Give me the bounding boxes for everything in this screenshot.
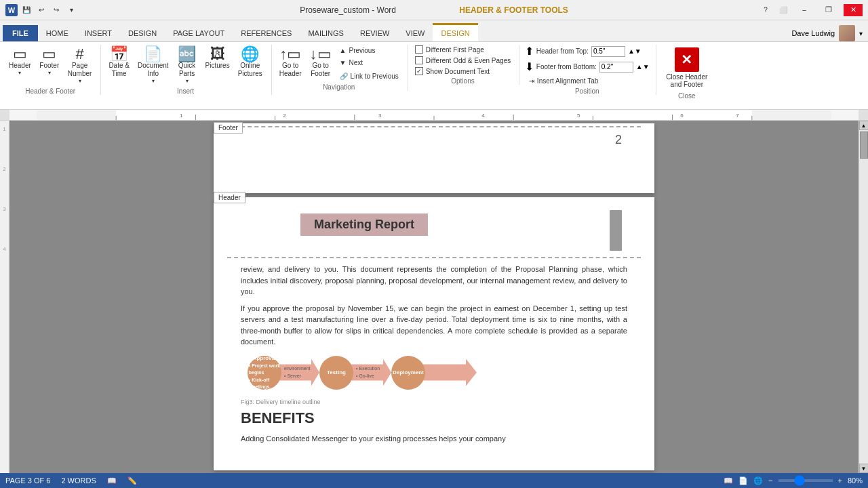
next-button[interactable]: ▼ Next [336, 57, 402, 68]
date-time-button[interactable]: 📅 Date & Time [105, 45, 133, 80]
link-to-previous-button[interactable]: 🔗 Link to Previous [336, 70, 402, 82]
tab-view[interactable]: VIEW [397, 23, 433, 41]
scroll-down-button[interactable]: ▼ [859, 464, 869, 473]
ruler: 1 2 3 4 5 6 7 [0, 110, 868, 121]
scroll-thumb[interactable] [860, 131, 868, 159]
save-button[interactable]: 💾 [20, 4, 33, 16]
vertical-scrollbar[interactable]: ▲ ▼ [859, 121, 868, 473]
doc-scroll-area: Footer 2 Header Marketing Report review,… [9, 121, 859, 473]
page-1: Footer 2 [214, 123, 654, 193]
page-info: PAGE 3 OF 6 [5, 476, 50, 485]
quick-parts-icon: 🔤 [178, 47, 196, 62]
tab-mailings[interactable]: MAILINGS [300, 23, 352, 41]
online-pictures-button[interactable]: 🌐 Online Pictures [235, 45, 266, 80]
insert-alignment-tab-button[interactable]: ⇥ Insert Alignment Tab [525, 76, 602, 86]
user-name: Dave Ludwig [791, 29, 835, 37]
ruler-right [859, 110, 868, 120]
ruler-main: 1 2 3 4 5 6 7 [9, 110, 859, 120]
read-mode-icon[interactable]: 📖 [724, 476, 733, 485]
word-count: 2 WORDS [61, 476, 96, 485]
tab-references[interactable]: REFERENCES [233, 23, 300, 41]
zoom-in-icon[interactable]: + [838, 476, 842, 485]
timeline-step-1: Approval • Project workbegins• Kick-offm… [248, 356, 281, 390]
close-header-footer-button[interactable]: ✕ Close Header and Footer [660, 45, 713, 91]
document-info-button[interactable]: 📄 Document Info ▾ [134, 45, 172, 86]
footer-area[interactable]: Footer 2 [227, 126, 641, 152]
redo-button[interactable]: ↪ [50, 4, 62, 16]
position-inputs: ⬆ Header from Top: ▲▼ ⬇ Footer from Bott… [525, 45, 650, 86]
status-right: 📖 📄 🌐 − + 80% [724, 476, 863, 485]
tab-design-hf[interactable]: DESIGN [433, 23, 477, 41]
tab-review[interactable]: REVIEW [352, 23, 397, 41]
footer-button[interactable]: ▭ Footer ▾ [36, 45, 63, 78]
svg-text:5: 5 [577, 113, 580, 119]
header-top-spinner[interactable]: ▲▼ [628, 47, 642, 55]
help-button[interactable]: ? [760, 4, 772, 16]
previous-button[interactable]: ▲ Previous [336, 45, 402, 56]
footer-from-bottom-input[interactable] [599, 62, 633, 73]
customize-qat-button[interactable]: ▾ [65, 4, 77, 16]
ruler-left [0, 110, 9, 120]
title-bar: W 💾 ↩ ↪ ▾ Proseware_custom - Word HEADER… [0, 0, 868, 20]
timeline-step-2: Testing [319, 356, 353, 390]
track-changes-icon[interactable]: ✏️ [127, 476, 137, 485]
tab-home[interactable]: HOME [38, 23, 77, 41]
language-icon[interactable]: 📖 [107, 476, 117, 485]
footer-icon: ▭ [42, 47, 56, 62]
different-first-page-row[interactable]: Different First Page [412, 45, 487, 54]
zoom-out-icon[interactable]: − [768, 476, 772, 485]
status-bar: PAGE 3 OF 6 2 WORDS 📖 ✏️ 📖 📄 🌐 − + 80% [0, 473, 868, 488]
header-from-top-input[interactable] [591, 46, 625, 57]
web-layout-icon[interactable]: 🌐 [753, 476, 763, 485]
navigation-group-label: Navigation [323, 83, 355, 91]
go-to-header-button[interactable]: ↑▭ Go to Header [276, 45, 305, 80]
header-button[interactable]: ▭ Header ▾ [5, 45, 35, 78]
tab-insert[interactable]: INSERT [77, 23, 120, 41]
word-icon: W [5, 4, 18, 16]
pictures-button[interactable]: 🖼 Pictures [202, 45, 233, 72]
quick-parts-button[interactable]: 🔤 Quick Parts ▾ [174, 45, 201, 86]
close-button[interactable]: ✕ [844, 4, 863, 16]
close-button-area: ✕ Close Header and Footer [660, 45, 713, 91]
undo-button[interactable]: ↩ [35, 4, 47, 16]
tab-page-layout[interactable]: PAGE LAYOUT [165, 23, 233, 41]
header-from-top-row: ⬆ Header from Top: ▲▼ [525, 45, 642, 58]
user-dropdown-icon[interactable]: ▾ [859, 30, 863, 37]
page-number-button[interactable]: # Page Number ▾ [64, 45, 96, 86]
quick-access-toolbar: W 💾 ↩ ↪ ▾ [5, 4, 77, 16]
minimize-button[interactable]: − [795, 4, 814, 16]
go-to-footer-icon: ↓▭ [310, 47, 332, 62]
zoom-slider[interactable] [778, 479, 833, 482]
show-document-text-row[interactable]: Show Document Text [412, 66, 492, 76]
page-number-icon: # [75, 47, 83, 62]
marketing-title: Marketing Report [300, 214, 428, 236]
ruler-marks: 1 2 3 4 5 6 7 [37, 110, 831, 120]
svg-text:4: 4 [481, 113, 485, 119]
tab-file[interactable]: FILE [3, 25, 38, 41]
close-group-label: Close [678, 92, 696, 100]
restore-button[interactable]: ❐ [819, 4, 838, 16]
insert-group-label: Insert [177, 87, 194, 95]
footer-label: Footer [214, 122, 243, 134]
fig-caption: Fig3: Delivery timeline outline [241, 398, 627, 407]
print-layout-icon[interactable]: 📄 [738, 476, 748, 485]
ribbon-display-button[interactable]: ⬜ [777, 4, 789, 16]
ribbon-group-insert: 📅 Date & Time 📄 Document Info ▾ 🔤 Quick … [102, 45, 271, 95]
user-area: Dave Ludwig ▾ [791, 25, 868, 41]
timeline-diagram: Approval • Project workbegins• Kick-offm… [241, 356, 627, 390]
show-document-text-checkbox[interactable] [415, 67, 423, 75]
doc-info-icon: 📄 [144, 47, 162, 62]
tab-design[interactable]: DESIGN [120, 23, 165, 41]
different-odd-even-checkbox[interactable] [415, 56, 423, 64]
scroll-up-button[interactable]: ▲ [859, 121, 869, 130]
alignment-tab-icon: ⇥ [529, 77, 534, 85]
header-area[interactable]: Header Marketing Report [227, 197, 641, 258]
different-odd-even-row[interactable]: Different Odd & Even Pages [412, 56, 513, 65]
ruler-num-1: 1 [3, 126, 5, 132]
scroll-track[interactable] [859, 130, 868, 464]
svg-text:7: 7 [736, 113, 739, 119]
footer-bottom-spinner[interactable]: ▲▼ [636, 63, 650, 70]
different-first-page-checkbox[interactable] [415, 45, 423, 54]
ruler-num-3: 3 [3, 206, 5, 212]
go-to-footer-button[interactable]: ↓▭ Go to Footer [307, 45, 335, 80]
